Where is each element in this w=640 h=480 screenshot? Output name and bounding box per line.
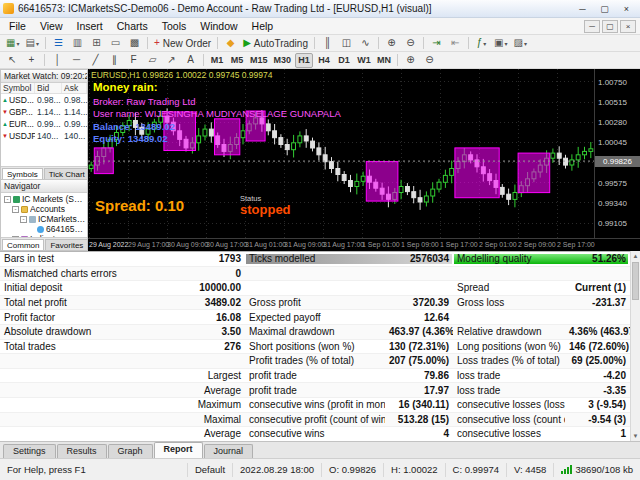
- status-segment: H: 1.00022: [383, 463, 444, 477]
- chart-minimize-icon[interactable]: ─: [584, 20, 600, 33]
- platform-icon: [13, 196, 20, 203]
- navigator-node[interactable]: - ICMarketsSC-Dem...: [1, 214, 87, 224]
- column-bid[interactable]: Bid: [35, 83, 62, 93]
- tester-tab-settings[interactable]: Settings: [3, 444, 56, 458]
- crosshair-icon[interactable]: +: [23, 53, 40, 68]
- timeframe-m15[interactable]: M15: [248, 53, 270, 68]
- zoom-in-icon-2[interactable]: ⊕: [402, 53, 419, 68]
- terminal-icon[interactable]: ▭: [107, 36, 124, 51]
- menu-help[interactable]: Help: [245, 19, 281, 33]
- toolbar-standard: ▦▾▤▾☰▥⊞▭▩+New Order◆▶AutoTrading║◫∿⊕⊖⇥⇤ƒ…: [0, 35, 640, 52]
- tree-expander-icon[interactable]: -: [12, 206, 19, 213]
- strategy-tester-icon[interactable]: ▩: [126, 36, 143, 51]
- column-symbol[interactable]: Symbol: [1, 83, 35, 93]
- text-icon[interactable]: A: [182, 53, 199, 68]
- candlestick-chart-icon: ◫: [342, 38, 351, 48]
- timeframe-w1[interactable]: W1: [355, 53, 373, 68]
- profiles-icon[interactable]: ▤▾: [23, 36, 40, 51]
- cursor-icon[interactable]: ↖: [4, 53, 21, 68]
- report-cell: Current (1): [565, 282, 630, 293]
- tester-tab-report[interactable]: Report: [154, 442, 203, 458]
- tester-tab-journal[interactable]: Journal: [204, 444, 254, 458]
- navigator-node[interactable]: - Accounts: [1, 204, 87, 214]
- zoom-in-icon[interactable]: ⊕: [383, 36, 400, 51]
- timeframe-m5[interactable]: M5: [228, 53, 246, 68]
- navigator-tree: - IC Markets (SC) MT4 - Accounts - ICMar…: [1, 193, 87, 237]
- market-watch-tab-tick-chart[interactable]: Tick Chart: [44, 168, 88, 179]
- shapes-icon[interactable]: ▱: [144, 53, 161, 68]
- navigator-node[interactable]: - IC Markets (SC) MT4: [1, 194, 87, 204]
- timeframe-mn[interactable]: MN: [375, 53, 393, 68]
- navigator-node[interactable]: 66416573: WIJ...: [1, 224, 87, 234]
- close-button[interactable]: ×: [616, 2, 637, 16]
- market-watch-tab-symbols[interactable]: Symbols: [2, 168, 43, 179]
- zoom-out-icon-2[interactable]: ⊖: [421, 53, 438, 68]
- report-cell: 513.28 (15): [385, 414, 453, 425]
- market-watch-row[interactable]: ▲USD... 0.98...0.98...: [1, 94, 87, 106]
- menu-window[interactable]: Window: [193, 19, 244, 33]
- timeframe-h1[interactable]: H1: [295, 53, 313, 68]
- menu-view[interactable]: View: [33, 19, 70, 33]
- tree-expander-icon[interactable]: -: [20, 216, 27, 223]
- menu-charts[interactable]: Charts: [110, 19, 155, 33]
- chart-shift-icon[interactable]: ⇤: [447, 36, 464, 51]
- navigator-tab-favorites[interactable]: Favorites: [45, 239, 88, 250]
- scrollbar-thumb[interactable]: [632, 262, 639, 300]
- chart-restore-icon[interactable]: ▢: [602, 20, 618, 33]
- time-axis[interactable]: 29 Aug 202229 Aug 17:0030 Aug 09:0030 Au…: [88, 238, 640, 251]
- horizontal-line-icon[interactable]: ─: [68, 53, 85, 68]
- price-scale[interactable]: 1.007501.005151.002801.000450.998100.995…: [594, 69, 640, 238]
- column-ask[interactable]: Ask: [62, 83, 87, 93]
- crosshair-icon: +: [29, 55, 35, 65]
- periods-icon[interactable]: ▣▾: [492, 36, 509, 51]
- vertical-line-icon[interactable]: │: [49, 53, 66, 68]
- scroll-down-icon[interactable]: ▼: [631, 431, 640, 441]
- candlestick-chart-icon[interactable]: ◫: [338, 36, 355, 51]
- tree-expander-icon[interactable]: -: [4, 196, 11, 203]
- menu-insert[interactable]: Insert: [70, 19, 110, 33]
- market-watch-row[interactable]: ▲EUR... 0.99...0.99...: [1, 118, 87, 130]
- timeframe-m1[interactable]: M1: [208, 53, 226, 68]
- market-watch-row[interactable]: ▼USDJPY 140...140...: [1, 130, 87, 142]
- minimize-button[interactable]: ─: [572, 2, 593, 16]
- cursor-icon: ↖: [8, 55, 16, 65]
- tester-tab-results[interactable]: Results: [57, 444, 107, 458]
- timeframe-m30[interactable]: M30: [272, 53, 294, 68]
- new-chart-icon[interactable]: ▦▾: [4, 36, 21, 51]
- status-profile[interactable]: Default: [187, 463, 232, 477]
- new-chart-icon: ▦: [6, 38, 15, 48]
- zoom-out-icon[interactable]: ⊖: [402, 36, 419, 51]
- data-window-icon[interactable]: ▥: [69, 36, 86, 51]
- autotrading-button[interactable]: ▶AutoTrading: [241, 36, 310, 51]
- report-scrollbar[interactable]: ▲ ▼: [630, 251, 640, 441]
- trendline-icon[interactable]: ╱: [87, 53, 104, 68]
- indicators-icon[interactable]: ƒ▾: [473, 36, 490, 51]
- auto-scroll-icon[interactable]: ⇥: [428, 36, 445, 51]
- timeframe-h4[interactable]: H4: [315, 53, 333, 68]
- market-watch-row[interactable]: ▼GBP... 1.14...1.14...: [1, 106, 87, 118]
- metaeditor-icon[interactable]: ◆: [222, 36, 239, 51]
- report-cell: 146 (72.60%): [565, 341, 630, 352]
- new-order-button[interactable]: +New Order: [152, 36, 213, 51]
- chart-area[interactable]: 1.007501.005151.002801.000450.998100.995…: [88, 69, 640, 251]
- templates-icon[interactable]: ▨▾: [511, 36, 528, 51]
- market-watch-icon[interactable]: ☰: [50, 36, 67, 51]
- line-chart-icon[interactable]: ∿: [357, 36, 374, 51]
- timeframe-d1[interactable]: D1: [335, 53, 353, 68]
- arrows-icon[interactable]: ↗: [163, 53, 180, 68]
- ea-spread-text: Spread: 0.10: [95, 197, 184, 214]
- menu-tools[interactable]: Tools: [155, 19, 194, 33]
- templates-icon: ▨: [513, 38, 522, 48]
- scroll-up-icon[interactable]: ▲: [631, 251, 640, 261]
- tester-tab-graph[interactable]: Graph: [108, 444, 153, 458]
- bar-chart-icon[interactable]: ║: [319, 36, 336, 51]
- chart-close-icon[interactable]: ×: [620, 20, 636, 33]
- navigator-tab-common[interactable]: Common: [2, 239, 44, 250]
- report-cell: 4: [385, 428, 453, 439]
- fibonacci-icon[interactable]: F: [125, 53, 142, 68]
- maximize-button[interactable]: ▢: [594, 2, 615, 16]
- navigator-icon[interactable]: ⊞: [88, 36, 105, 51]
- equidistant-channel-icon[interactable]: ∥: [106, 53, 123, 68]
- menu-file[interactable]: File: [2, 19, 33, 33]
- toolbar-separator: [397, 54, 398, 66]
